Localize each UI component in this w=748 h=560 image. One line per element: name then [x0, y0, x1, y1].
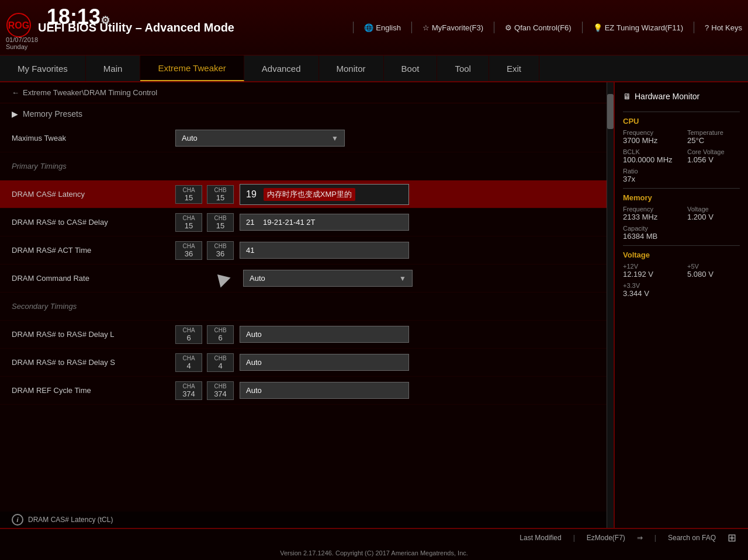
header-time: 18:13⚙ [47, 5, 110, 29]
memory-presets-label: Memory Presets [23, 109, 82, 119]
maximus-tweak-label: Maximus Tweak [12, 134, 175, 142]
cpu-freq-label: Frequency [623, 129, 676, 136]
volt-33-label: +3.3V [623, 282, 740, 289]
dram-ref-cycle-time-field[interactable]: Auto [240, 382, 409, 399]
scrollbar-thumb[interactable] [607, 94, 614, 129]
chb-value-3: 36 [216, 249, 224, 258]
cha-chb-group-4: CHA 6 CHB 6 [175, 325, 234, 344]
dram-command-rate-row[interactable]: DRAM Command Rate Auto ▼ [0, 265, 607, 293]
back-arrow-icon[interactable]: ← [12, 88, 19, 97]
settings-gear-icon[interactable]: ⚙ [101, 15, 110, 26]
cha-value-3: 36 [185, 249, 193, 258]
dram-ras-ras-delay-s-value: Auto [240, 354, 595, 371]
nav-main[interactable]: Main [86, 55, 141, 81]
cha-label: CHA [182, 187, 195, 193]
cas-field-content: 19 内存时序也变成XMP里的 [246, 188, 403, 201]
memory-presets-header[interactable]: ▶ Memory Presets [0, 103, 607, 124]
separator: | [573, 534, 575, 542]
dram-cas-latency-field[interactable]: 19 内存时序也变成XMP里的 [240, 184, 409, 205]
maximus-tweak-dropdown[interactable]: Auto ▼ [175, 130, 345, 147]
search-faq-link[interactable]: Search on FAQ [668, 534, 716, 542]
chb-label-3: CHB [214, 243, 226, 249]
nav-extreme-tweaker[interactable]: Extreme Tweaker [140, 55, 244, 81]
cpu-bclk-value: 100.0000 MHz [623, 155, 676, 164]
dram-ras-ras-delay-l-row[interactable]: DRAM RAS# to RAS# Delay L CHA 6 CHB 6 Au… [0, 321, 607, 349]
cha-label-2: CHA [182, 215, 195, 221]
cha-box-6: CHA 374 [175, 381, 202, 400]
tool-myfavorite[interactable]: ☆ MyFavorite(F3) [423, 23, 483, 32]
cpu-ratio-label: Ratio [623, 168, 740, 175]
primary-timings-label: Primary Timings [12, 162, 175, 171]
dram-ras-ras-delay-s-field[interactable]: Auto [240, 354, 409, 371]
scrollbar[interactable] [607, 82, 614, 528]
dram-ras-ras-delay-s-row[interactable]: DRAM RAS# to RAS# Delay S CHA 4 CHB 4 Au… [0, 349, 607, 377]
volt-33-value: 3.344 V [623, 289, 740, 298]
divider [353, 22, 354, 33]
tool-hotkeys[interactable]: ? Hot Keys [705, 23, 742, 32]
nav-boot[interactable]: Boot [384, 55, 438, 81]
nav-advanced[interactable]: Advanced [244, 55, 319, 81]
main-layout: ← Extreme Tweaker\DRAM Timing Control ▶ … [0, 82, 748, 528]
cha-label-5: CHA [182, 355, 195, 361]
ez-mode-icon: ⇒ [637, 534, 643, 542]
dram-ras-act-time-row[interactable]: DRAM RAS# ACT Time CHA 36 CHB 36 41 [0, 236, 607, 265]
cha-chb-group-6: CHA 374 CHB 374 [175, 381, 234, 400]
cha-value-5: 4 [186, 361, 191, 370]
maximus-tweak-value: Auto ▼ [175, 130, 595, 147]
dram-ras-ras-delay-l-value: Auto [240, 326, 595, 343]
tool-qfan[interactable]: ⚙ Qfan Control(F6) [505, 23, 572, 32]
last-modified-label: Last Modified [520, 534, 561, 542]
xmp-note: 内存时序也变成XMP里的 [264, 188, 355, 201]
breadcrumb-path: Extreme Tweaker\DRAM Timing Control [23, 88, 157, 97]
cha-box-4: CHA 6 [175, 325, 202, 344]
dram-command-rate-dropdown[interactable]: Auto ▼ [243, 270, 413, 287]
tool-eztuning[interactable]: 💡 EZ Tuning Wizard(F11) [593, 23, 683, 32]
memory-section-title: Memory [623, 193, 740, 202]
header-date: 01/07/2018Sunday [6, 36, 38, 50]
cha-label-4: CHA [182, 327, 195, 333]
hotkeys-icon: ? [705, 23, 709, 32]
chb-box-4: CHB 6 [207, 325, 234, 344]
cpu-bclk-col: BCLK 100.0000 MHz [623, 148, 676, 164]
cpu-bclk-voltage-row: BCLK 100.0000 MHz Core Voltage 1.056 V [623, 148, 740, 164]
nav-monitor[interactable]: Monitor [319, 55, 384, 81]
dram-ras-act-time-value: 41 [240, 242, 595, 259]
ras-cas-subtext: 19-21-21-41 2T [263, 218, 316, 227]
dram-ref-cycle-time-row[interactable]: DRAM REF Cycle Time CHA 374 CHB 374 Auto [0, 377, 607, 405]
svg-text:ROG: ROG [8, 20, 29, 30]
cha-chb-group-3: CHA 36 CHB 36 [175, 241, 234, 260]
mem-freq-label: Frequency [623, 206, 676, 213]
voltage-section-title: Voltage [623, 251, 740, 259]
dram-ras-cas-delay-row[interactable]: DRAM RAS# to CAS# Delay CHA 15 CHB 15 21… [0, 208, 607, 236]
cpu-core-voltage-col: Core Voltage 1.056 V [687, 148, 740, 164]
cpu-temp-label: Temperature [687, 129, 740, 136]
nav-my-favorites[interactable]: My Favorites [0, 55, 86, 81]
dram-ras-act-time-field[interactable]: 41 [240, 242, 409, 259]
secondary-timings-label: Secondary Timings [12, 302, 175, 311]
cpu-core-voltage-label: Core Voltage [687, 148, 740, 155]
dram-cas-latency-row[interactable]: DRAM CAS# Latency CHA 15 CHB 15 19 内存时序也… [0, 180, 607, 208]
tuning-icon: 💡 [593, 23, 602, 32]
dram-ras-ras-delay-l-field[interactable]: Auto [240, 326, 409, 343]
navbar: My Favorites Main Extreme Tweaker Advanc… [0, 55, 748, 82]
monitor-icon: 🖥 [623, 92, 631, 101]
dram-ras-cas-delay-field[interactable]: 21 19-21-21-41 2T [240, 214, 409, 231]
mem-freq-voltage-row: Frequency 2133 MHz Voltage 1.200 V [623, 206, 740, 221]
volt-12-5-row: +12V 12.192 V +5V 5.080 V [623, 263, 740, 279]
nav-tool[interactable]: Tool [437, 55, 489, 81]
cha-box-5: CHA 4 [175, 353, 202, 372]
chb-value-2: 15 [216, 221, 224, 230]
cha-label-6: CHA [182, 383, 195, 389]
mem-voltage-value: 1.200 V [687, 213, 740, 221]
divider [623, 112, 740, 112]
cpu-temp-value: 25°C [687, 136, 740, 145]
info-bar: i DRAM CAS# Latency (tCL) [0, 512, 607, 528]
ez-mode-button[interactable]: EzMode(F7) [587, 534, 625, 542]
nav-exit[interactable]: Exit [489, 55, 539, 81]
favorite-icon: ☆ [423, 23, 430, 32]
mem-capacity-row: Capacity 16384 MB [623, 225, 740, 241]
separator-2: | [654, 534, 656, 542]
tool-english[interactable]: 🌐 English [364, 23, 401, 32]
dram-ras-act-time-label: DRAM RAS# ACT Time [12, 246, 175, 255]
divider-2 [623, 188, 740, 189]
